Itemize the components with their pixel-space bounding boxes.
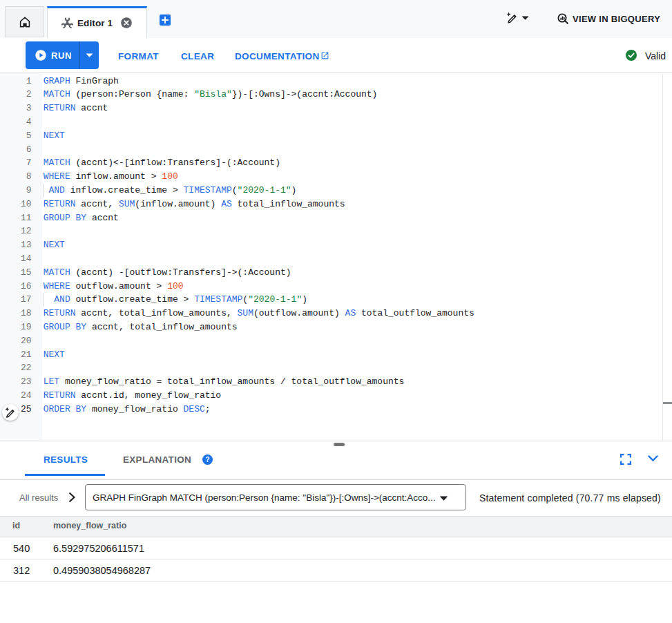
svg-text:?: ? xyxy=(205,456,209,463)
